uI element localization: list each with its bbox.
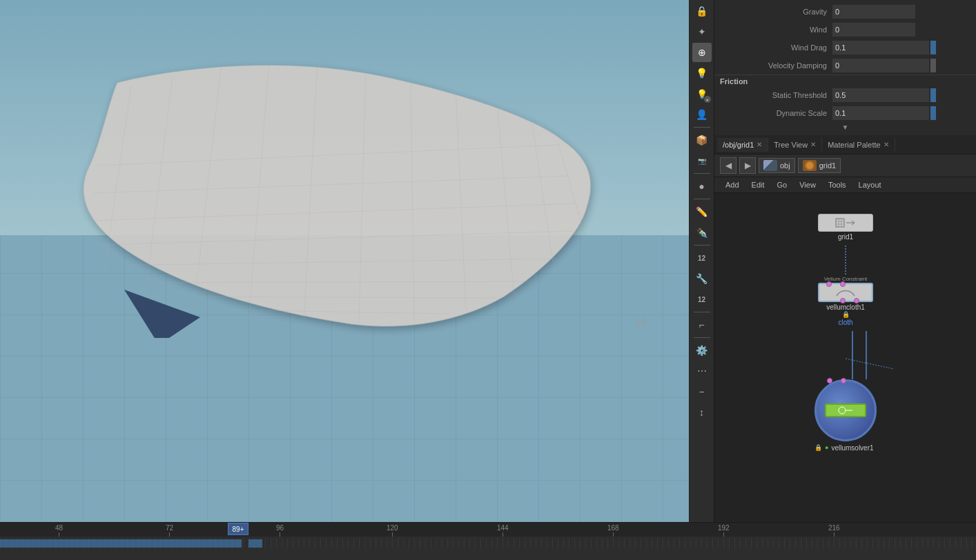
cloth-mesh-svg [35,28,601,338]
tool-minus-icon[interactable]: − [692,382,712,401]
svg-rect-19 [836,219,844,227]
friction-section-label: Friction [714,74,976,86]
tool-arrow-icon[interactable]: ↕ [692,403,712,422]
menu-go[interactable]: Go [772,179,793,191]
velocity-damping-label: Velocity Damping [720,61,832,70]
tool-person-icon[interactable]: 👤 [692,105,712,124]
wind-value-area [832,23,970,37]
tool-light-icon[interactable]: 💡 [692,63,712,83]
node-vellumsolver1-label: vellumsolver1 [831,444,873,452]
vellumcloth-lock-icon: 🔒 [842,311,850,318]
timeline-track[interactable] [0,537,976,560]
tool-settings-icon[interactable]: ⚙️ [692,341,712,360]
menu-view[interactable]: View [794,179,821,191]
tool-dot-icon[interactable]: ● [692,177,712,196]
tab-material-palette-label: Material Palette [828,141,880,149]
timeline-grid [0,538,976,549]
tab-obj-grid1-label: /obj/grid1 [723,141,754,149]
gravity-input[interactable] [832,5,915,19]
wind-input[interactable] [832,23,915,37]
tool-pen-icon[interactable]: ✏️ [692,202,712,221]
node-vellumcloth1-box[interactable] [818,283,873,302]
toolbar-right: 🔒 ✦ ⊕ 💡 💡● 👤 📦 📷 ● ✏️ ✒️ 12 🔧 12 ⌐ ⚙️ ⋯ … [689,0,714,522]
timeline-playhead[interactable]: 89+ [228,523,248,535]
timeline-ruler-inner: 48 72 96 120 144 168 [0,523,976,537]
path-grid1-chip[interactable]: grid1 [798,158,841,173]
gravity-value-area [832,5,970,19]
wind-row: Wind [714,21,976,39]
menu-tools[interactable]: Tools [823,179,852,191]
properties-collapse[interactable]: ▼ [714,122,976,132]
menu-add[interactable]: Add [720,179,745,191]
tool-corner-icon[interactable]: ⌐ [692,315,712,334]
static-threshold-input[interactable] [832,88,929,102]
viewport: 10 [0,0,689,522]
tool-wrench-icon[interactable]: 🔧 [692,269,712,288]
tool-star-icon[interactable]: ✦ [692,22,712,41]
solver-port-in-1 [827,378,832,383]
menu-edit[interactable]: Edit [746,179,770,191]
wind-drag-slider[interactable] [930,41,936,54]
tab-material-palette-close[interactable]: ✕ [884,141,889,148]
tool-numbers-12b[interactable]: 12 [692,290,712,309]
node-header: ◀ ▶ obj grid1 [714,154,976,177]
static-threshold-slider[interactable] [930,88,936,102]
tool-dots-icon[interactable]: ⋯ [692,361,712,381]
tab-tree-view-close[interactable]: ✕ [810,141,816,148]
static-threshold-label: Static Threshold [720,91,832,99]
menu-layout[interactable]: Layout [853,179,887,191]
path-obj-icon [763,160,777,171]
gravity-label: Gravity [720,8,832,16]
node-vellumcloth1-label: vellumcloth1 [826,303,865,311]
timeline: 48 72 96 120 144 168 [0,522,976,560]
pin-1 [124,290,200,338]
velocity-damping-input[interactable] [832,59,929,72]
tab-material-palette[interactable]: Material Palette ✕ [822,138,895,152]
tool-camera-icon[interactable]: 📷 [692,151,712,170]
node-vellumsolver1[interactable]: 🔒 ● vellumsolver1 [814,379,877,452]
divider-2 [694,173,710,174]
node-vellumcloth1-icon [835,286,856,299]
port-out-1 [840,298,846,303]
node-grid1-box[interactable] [818,214,873,232]
solver-port-in-2 [841,378,846,383]
velocity-damping-slider[interactable] [930,59,936,72]
tick-72: 72 [166,524,173,537]
wind-drag-value-area [832,41,970,54]
connection-lines-svg [714,193,976,522]
nav-forward-button[interactable]: ▶ [739,157,756,174]
tool-light2-icon[interactable]: 💡● [692,84,712,103]
tab-tree-view[interactable]: Tree View ✕ [768,138,822,152]
wind-drag-label: Wind Drag [720,43,832,52]
dynamic-scale-slider[interactable] [930,106,936,120]
right-panel: Gravity Wind Wind Drag [714,0,976,522]
wind-label: Wind [720,26,832,34]
dynamic-scale-value-area [832,106,970,120]
path-obj-chip[interactable]: obj [759,158,795,173]
node-vellumcloth1[interactable]: Vellum Constraint vellumcloth1 🔒 cloth [818,276,873,326]
port-in-1 [826,281,832,287]
wind-drag-row: Wind Drag [714,39,976,57]
port-out-2 [854,298,859,303]
node-graph[interactable]: grid1 Vellum Constraint [714,193,976,522]
cloth-surface [84,66,590,326]
nav-back-button[interactable]: ◀ [720,157,736,174]
velocity-damping-row: Velocity Damping [714,57,976,74]
dynamic-scale-input[interactable] [832,106,929,120]
tool-pencil-icon[interactable]: ✒️ [692,223,712,242]
node-grid1-label: grid1 [838,233,853,241]
wind-drag-input[interactable] [832,41,929,54]
path-obj-label: obj [780,161,790,170]
tab-obj-grid1[interactable]: /obj/grid1 ✕ [717,138,768,152]
tool-numbers-12a[interactable]: 12 [692,248,712,268]
tool-lock-icon[interactable]: 🔒 [692,1,712,21]
tool-target-icon[interactable]: ⊕ [692,43,712,62]
path-grid1-label: grid1 [819,161,836,170]
tab-obj-grid1-close[interactable]: ✕ [757,141,762,148]
port-in-2 [840,281,846,287]
node-grid1[interactable]: grid1 [818,214,873,241]
divider-1 [694,127,710,128]
gravity-row: Gravity [714,3,976,21]
tool-box-icon[interactable]: 📦 [692,130,712,150]
solver-circle[interactable] [814,379,877,441]
